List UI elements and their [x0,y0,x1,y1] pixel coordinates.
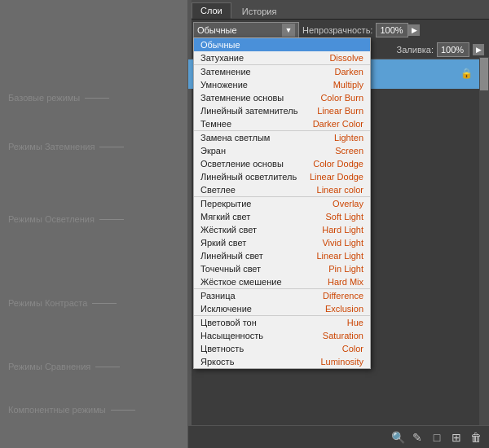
layer-lock-icon: 🔒 [460,68,473,79]
search-button[interactable]: 🔍 [390,429,406,446]
dropdown-item-exclusion[interactable]: Исключение Exclusion [194,302,370,315]
component-modes-label: Компонентные режимы [0,382,179,437]
dropdown-section-lighten: Замена светлым Lighten Экран Screen Осве… [194,131,370,197]
blend-mode-dropdown[interactable]: Обычные ▼ [193,22,299,38]
create-group-button[interactable]: □ [429,429,445,446]
dropdown-item-soft-light[interactable]: Мягкий свет Soft Light [194,210,370,223]
dropdown-item-hard-mix[interactable]: Жёсткое смешение Hard Mix [194,275,370,288]
dropdown-section-darken: Затемнение Darken Умножение Multiply Зат… [194,65,370,131]
dropdown-section-base: Обычные Затухание Dissolve [194,38,370,65]
dropdown-item-darken[interactable]: Затемнение Darken [194,65,370,78]
layers-panel: Слои История Обычные ▼ Непрозрачность: 1… [187,0,489,448]
dropdown-section-component: Цветовой тон Hue Насыщенность Saturation… [194,316,370,368]
dropdown-item-multiply[interactable]: Умножение Multiply [194,78,370,91]
delete-button[interactable]: 🗑 [468,429,484,446]
dropdown-section-compare: Разница Difference Исключение Exclusion [194,289,370,316]
contrast-modes-label: Режимы Контраста [0,255,179,351]
dropdown-item-normal[interactable]: Обычные [194,38,370,51]
blend-mode-dropdown-menu: Обычные Затухание Dissolve Затемнение Da… [193,37,371,369]
create-layer-button[interactable]: ⊞ [448,429,465,446]
opacity-value[interactable]: 100% [376,23,408,37]
brush-button[interactable]: ✎ [409,429,425,446]
dropdown-item-lighten[interactable]: Замена светлым Lighten [194,131,370,144]
dropdown-item-vivid-light[interactable]: Яркий свет Vivid Light [194,236,370,249]
fill-label: Заливка: [397,45,434,55]
dropdown-item-linear-color[interactable]: Светлее Linear color [194,183,370,196]
opacity-label: Непрозрачность: [302,25,372,35]
darken-modes-label: Режимы Затемнения [0,110,179,183]
dropdown-section-contrast: Перекрытие Overlay Мягкий свет Soft Ligh… [194,197,370,289]
tab-history[interactable]: История [233,3,286,19]
dropdown-item-hue[interactable]: Цветовой тон Hue [194,316,370,329]
dropdown-item-linear-light[interactable]: Линейный свет Linear Light [194,249,370,262]
blend-mode-arrow: ▼ [282,24,295,37]
scrollbar[interactable] [479,57,489,425]
dropdown-item-color-burn[interactable]: Затемнение основы Color Burn [194,91,370,104]
fill-arrow[interactable]: ▶ [473,44,484,55]
dropdown-item-color[interactable]: Цветность Color [194,342,370,355]
dropdown-item-linear-burn[interactable]: Линейный затемнитель Linear Burn [194,104,370,117]
dropdown-item-linear-dodge[interactable]: Линейный осветлитель Linear Dodge [194,170,370,183]
dropdown-item-color-dodge[interactable]: Осветление основы Color Dodge [194,157,370,170]
dropdown-item-hard-light[interactable]: Жёсткий свет Hard Light [194,223,370,236]
opacity-arrow[interactable]: ▶ [408,24,420,36]
bottom-toolbar: 🔍 ✎ □ ⊞ 🗑 [188,425,489,448]
dropdown-item-pin-light[interactable]: Точечный свет Pin Light [194,262,370,275]
dropdown-item-luminosity[interactable]: Яркость Luminosity [194,355,370,368]
dropdown-item-dissolve[interactable]: Затухание Dissolve [194,51,370,64]
dropdown-item-screen[interactable]: Экран Screen [194,144,370,157]
dropdown-item-darker-color[interactable]: Темнее Darker Color [194,117,370,130]
dropdown-item-difference[interactable]: Разница Difference [194,289,370,302]
lighten-modes-label: Режимы Осветления [0,183,179,255]
scrollbar-thumb[interactable] [480,58,488,90]
dropdown-item-saturation[interactable]: Насыщенность Saturation [194,329,370,342]
dropdown-item-overlay[interactable]: Перекрытие Overlay [194,197,370,210]
compare-modes-label: Режимы Сравнения [0,351,179,382]
fill-value[interactable]: 100% [437,42,469,57]
panel-tabs: Слои История [188,0,489,20]
base-modes-label: Базовые режимы [0,86,179,110]
tab-layers[interactable]: Слои [192,2,231,19]
